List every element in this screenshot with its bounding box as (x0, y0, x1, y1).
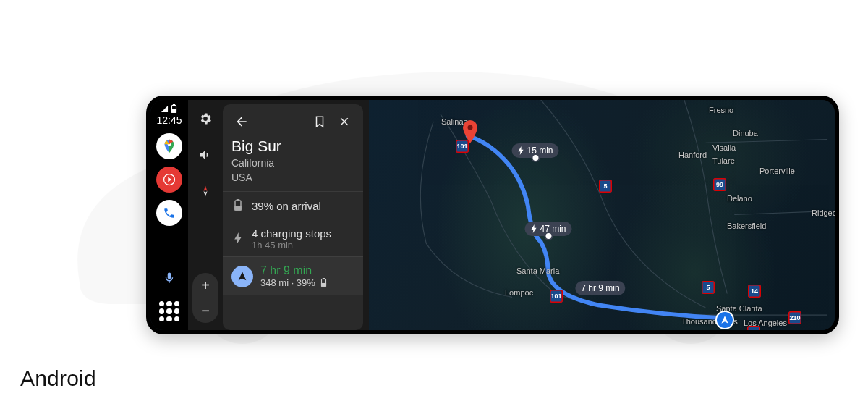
zoom-control: + − (192, 273, 218, 323)
highway-shield: 710 (747, 326, 760, 330)
trip-summary-bar[interactable]: 7 hr 9 min 348 mi · 39% (223, 256, 363, 295)
trip-distance-pct: 348 mi · 39% (260, 277, 315, 288)
battery-icon (231, 199, 244, 213)
settings-button[interactable] (194, 107, 217, 130)
assistant-button[interactable] (156, 265, 182, 291)
city-label: Bakersfield (727, 222, 766, 230)
destination-card: Big Sur California USA 39% on arrival 4 … (223, 104, 363, 330)
app-launcher-button[interactable] (159, 301, 179, 321)
city-label: Delano (727, 194, 752, 203)
youtube-music-button[interactable] (156, 167, 182, 193)
map-view[interactable]: FresnoSalinasVisaliaTulareHanfordDinubaP… (369, 100, 835, 330)
navigation-side-panel: + − (188, 100, 369, 330)
screen: 12:45 (150, 100, 835, 330)
highway-shield: 101 (550, 290, 563, 303)
svg-point-15 (468, 125, 473, 130)
svg-rect-11 (235, 206, 241, 210)
battery-on-arrival-row[interactable]: 39% on arrival (231, 192, 354, 220)
maps-app-button[interactable] (156, 133, 182, 159)
highway-shield: 210 (788, 311, 801, 324)
trip-time-badge: 7 hr 9 min (575, 281, 625, 295)
zoom-out-button[interactable]: − (192, 298, 218, 323)
android-brand: Android (20, 366, 96, 391)
navigate-icon (237, 271, 248, 282)
charging-stops-sub: 1h 45 min (252, 240, 331, 251)
audio-button[interactable] (194, 143, 217, 167)
close-icon (338, 115, 351, 128)
battery-icon (171, 104, 177, 113)
destination-region: California (231, 156, 354, 169)
zoom-in-button[interactable]: + (192, 273, 218, 298)
trip-duration: 7 hr 9 min (260, 264, 327, 277)
clock: 12:45 (156, 114, 182, 126)
city-label: Dinuba (733, 129, 758, 138)
city-label: Porterville (760, 167, 795, 175)
battery-small-icon (320, 278, 327, 287)
speaker-icon (198, 148, 213, 162)
arrow-left-icon (234, 114, 249, 129)
compass-button[interactable] (194, 180, 217, 203)
city-label: Fresno (709, 106, 733, 114)
start-navigation-button[interactable] (231, 266, 253, 287)
city-label: Tulare (712, 156, 735, 165)
destination-pin (461, 120, 477, 136)
bolt-icon (231, 232, 244, 246)
side-icon-column: + − (188, 100, 223, 330)
phone-icon (163, 206, 176, 219)
phone-app-button[interactable] (156, 200, 182, 226)
left-rail: 12:45 (150, 100, 188, 330)
city-label: Visalia (712, 143, 736, 152)
maps-icon (161, 138, 177, 154)
city-label: Ridgecrest (812, 209, 835, 217)
signal-icon (161, 105, 169, 113)
destination-title: Big Sur (231, 138, 354, 155)
highway-shield: 99 (713, 178, 726, 191)
charging-stops-label: 4 charging stops (252, 227, 331, 240)
charging-stop-badge: 15 min (511, 143, 558, 158)
highway-shield: 5 (599, 180, 612, 193)
close-button[interactable] (334, 111, 354, 132)
bookmark-button[interactable] (310, 111, 330, 132)
bookmark-icon (313, 115, 326, 128)
back-button[interactable] (231, 111, 252, 132)
svg-rect-14 (321, 284, 326, 287)
svg-rect-10 (237, 199, 239, 201)
car-display-frame: 12:45 (146, 96, 839, 334)
status-bar: 12:45 (156, 104, 182, 126)
svg-rect-5 (174, 104, 175, 106)
city-label: Lompoc (505, 288, 533, 297)
compass-icon (198, 184, 213, 198)
charging-stop-badge: 47 min (524, 222, 571, 236)
svg-rect-6 (172, 109, 176, 113)
highway-shield: 5 (702, 281, 715, 294)
city-label: Santa Maria (516, 266, 559, 275)
charging-stops-row[interactable]: 4 charging stops 1h 45 min (231, 220, 354, 253)
city-label: Hanford (678, 151, 707, 159)
mic-icon (163, 272, 176, 285)
destination-country: USA (231, 171, 354, 184)
gear-icon (198, 111, 213, 126)
youtube-music-icon (162, 172, 176, 187)
svg-rect-13 (323, 278, 324, 279)
battery-on-arrival-label: 39% on arrival (252, 200, 321, 212)
highway-shield: 14 (748, 285, 761, 298)
current-location (715, 311, 734, 329)
